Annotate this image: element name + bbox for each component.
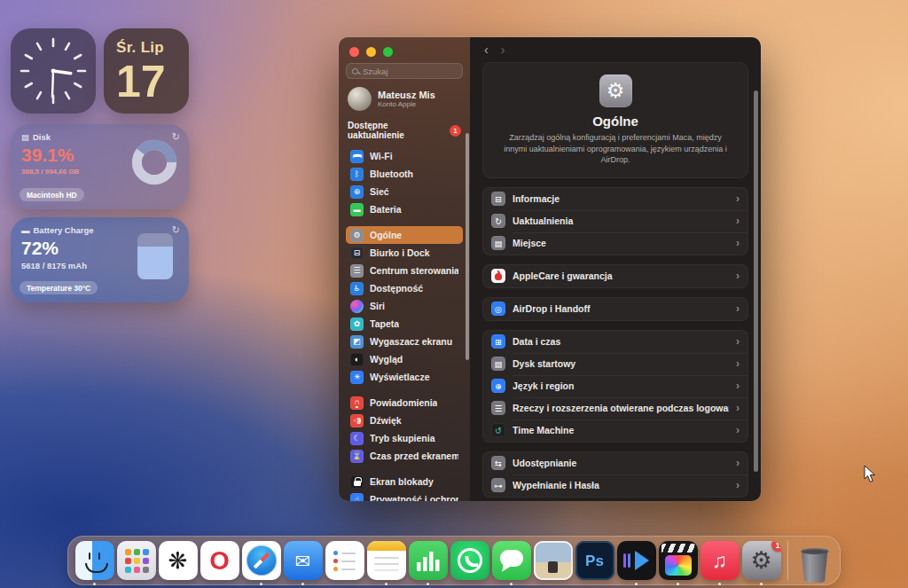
disk-widget: ▤ Disk ↻ 39.1% 388,5 / 994,66 GB Macinto… [11, 124, 189, 209]
dock-item-safari[interactable] [240, 536, 282, 585]
dock-app-icon: ✉ [284, 541, 323, 580]
sidebar-item-centrum-sterowania[interactable]: ☰ Centrum sterowania [346, 262, 463, 279]
mouse-cursor [864, 465, 876, 483]
sidebar-item-label: Czas przed ekranem [370, 451, 458, 461]
dock-item-messages[interactable] [490, 536, 532, 585]
dock-app-icon: ❋ [159, 541, 198, 580]
dock-item-notes[interactable] [365, 536, 407, 585]
dock-item-music[interactable]: ♫ [699, 536, 740, 585]
sidebar-item-icon: ⊟ [350, 247, 364, 260]
dock-item-opera[interactable]: O [199, 536, 240, 585]
dock-item-reminders[interactable] [324, 536, 365, 585]
updates-available-row[interactable]: Dostępne uaktualnienie 1 [346, 117, 463, 147]
sidebar-item-label: Wi-Fi [370, 151, 393, 161]
sidebar-item-ogolne[interactable]: ⚙ Ogólne [346, 226, 463, 244]
sidebar-item-icon: ◁))) [350, 414, 364, 427]
row-informacje[interactable]: ⊟ Informacje › [483, 188, 748, 210]
back-button[interactable]: ‹ [484, 43, 489, 56]
search-input[interactable] [363, 67, 457, 76]
dock-item-trash[interactable] [794, 536, 835, 585]
running-indicator-dot [427, 583, 429, 585]
running-indicator-dot [93, 583, 96, 585]
dock-app-icon [617, 541, 656, 580]
sidebar-item-label: Powiadomienia [370, 397, 437, 408]
dock-item-finder[interactable] [74, 536, 115, 585]
sidebar-item-tapeta[interactable]: ✿ Tapeta [346, 315, 463, 333]
running-indicator-dot [260, 583, 262, 585]
close-button[interactable] [349, 47, 359, 57]
sidebar-item-icon: ))) [350, 150, 364, 163]
sidebar-item-label: Tryb skupienia [370, 433, 435, 443]
sidebar-item-icon: ☰ [350, 264, 364, 278]
dock-item-media-player[interactable] [615, 536, 657, 585]
sidebar-item-powiadomienia[interactable]: ∩ Powiadomienia [346, 394, 463, 412]
row-icon: ↻ [491, 214, 505, 228]
sidebar-item-label: Biurko i Dock [370, 247, 430, 258]
main-scrollbar[interactable] [754, 90, 758, 472]
sidebar-item-wifi[interactable]: ))) Wi-Fi [346, 147, 463, 165]
sidebar-item-label: Wygląd [370, 354, 403, 365]
sidebar-item-bateria[interactable]: ▬ Bateria [346, 200, 463, 218]
sidebar-item-biurko-i-dock[interactable]: ⊟ Biurko i Dock [346, 244, 463, 262]
refresh-icon[interactable]: ↻ [172, 224, 180, 236]
sidebar-item-siec[interactable]: ⊕ Sieć [346, 183, 463, 200]
sidebar-item-siri[interactable]: Siri [346, 297, 463, 315]
row-icon: ⊶ [491, 478, 505, 492]
sidebar-item-label: Wyświetlacze [370, 372, 430, 382]
row-applecare[interactable]: AppleCare i gwarancja › [483, 265, 748, 287]
sidebar-item-icon [350, 300, 364, 313]
dock-item-chatgpt[interactable]: ❋ [157, 536, 199, 585]
row-time-machine[interactable]: ↺ Time Machine › [483, 419, 748, 442]
row-dysk-startowy[interactable]: ▤ Dysk startowy › [483, 353, 748, 375]
row-rzeczy-logowanie[interactable]: ☰ Rzeczy i rozszerzenia otwierane podcza… [483, 397, 748, 419]
row-label: Rzeczy i rozszerzenia otwierane podczas … [513, 403, 729, 413]
minimize-button[interactable] [366, 47, 376, 57]
search-field[interactable] [346, 63, 463, 79]
dock-app-icon: ⚙ 1 [742, 541, 781, 580]
row-miejsce[interactable]: ▤ Miejsce › [483, 232, 748, 255]
dock-item-mail[interactable]: ✉ [282, 536, 324, 585]
dock-item-launchpad[interactable] [115, 536, 157, 585]
user-name: Mateusz Mis [378, 90, 435, 101]
zoom-button[interactable] [383, 47, 393, 57]
dock-item-numbers[interactable] [407, 536, 449, 585]
forward-button[interactable]: › [501, 43, 505, 56]
row-airdrop-handoff[interactable]: ◎ AirDrop i Handoff › [483, 298, 748, 320]
sidebar-item-dostepnosc[interactable]: ♿ Dostępność [346, 279, 463, 297]
row-icon: ⊟ [491, 192, 505, 206]
chevron-right-icon: › [736, 335, 740, 348]
dock-item-final-cut[interactable] [657, 536, 699, 585]
row-data-i-czas[interactable]: ⊞ Data i czas › [483, 331, 748, 353]
sidebar-item-label: Wygaszacz ekranu [370, 336, 452, 347]
row-wypelnianie-i-hasla[interactable]: ⊶ Wypełnianie i Hasła › [483, 474, 748, 497]
calendar-widget: Śr. Lip 17 [104, 28, 189, 114]
sidebar-item-label: Centrum sterowania [370, 265, 458, 276]
sidebar-item-bluetooth[interactable]: ᛒ Bluetooth [346, 165, 463, 183]
dock-app-icon [75, 541, 114, 580]
dock-item-settings[interactable]: ⚙ 1 [740, 536, 782, 585]
row-icon: ◎ [491, 302, 505, 316]
row-jezyk-i-region[interactable]: ⊕ Język i region › [483, 375, 748, 397]
sidebar-item-icon: ♿ [350, 282, 364, 295]
row-icon: ⊕ [491, 379, 505, 393]
sidebar-scrollbar[interactable] [466, 133, 469, 360]
sidebar-item-wygaszacz-ekranu[interactable]: ◩ Wygaszacz ekranu [346, 333, 463, 350]
sidebar-item-dzwiek[interactable]: ◁))) Dźwięk [346, 412, 463, 429]
row-udostepnianie[interactable]: ⇆ Udostępnianie › [483, 452, 748, 474]
clock-widget [11, 28, 96, 114]
sidebar-item-ekran-blokady[interactable]: Ekran blokady [346, 473, 463, 490]
sidebar-item-tryb-skupienia[interactable]: ☾ Tryb skupienia [346, 429, 463, 447]
sidebar-item-wyglad[interactable]: ◐ Wygląd [346, 350, 463, 368]
dock-item-photo[interactable] [532, 536, 574, 585]
chevron-right-icon: › [736, 402, 740, 414]
sidebar-item-prywatnosc-i-ochrona[interactable]: ☝ Prywatność i ochrona [346, 490, 463, 501]
sidebar-item-czas-przed-ekranem[interactable]: ⌛ Czas przed ekranem [346, 447, 463, 465]
row-uaktualnienia[interactable]: ↻ Uaktualnienia › [483, 210, 748, 232]
running-indicator-dot [718, 583, 721, 585]
dock-item-whatsapp[interactable] [449, 536, 490, 585]
sidebar-item-wyswietlacze[interactable]: ☀ Wyświetlacze [346, 368, 463, 386]
sidebar-item-icon: ∩ [350, 396, 364, 410]
sidebar-item-icon [350, 475, 364, 489]
apple-account-row[interactable]: Mateusz Mis Konto Apple [346, 79, 463, 117]
dock-item-photoshop[interactable]: Ps [574, 536, 615, 585]
